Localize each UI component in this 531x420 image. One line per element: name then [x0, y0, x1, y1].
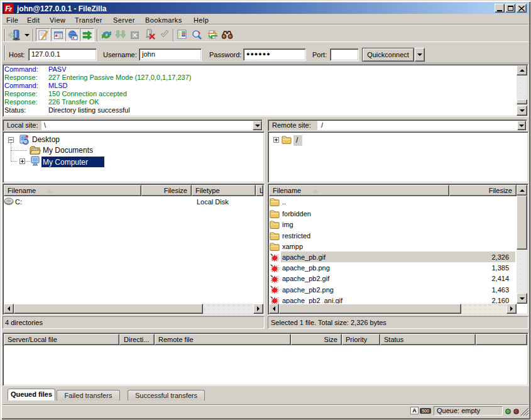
svg-text:z: z [8, 6, 12, 13]
